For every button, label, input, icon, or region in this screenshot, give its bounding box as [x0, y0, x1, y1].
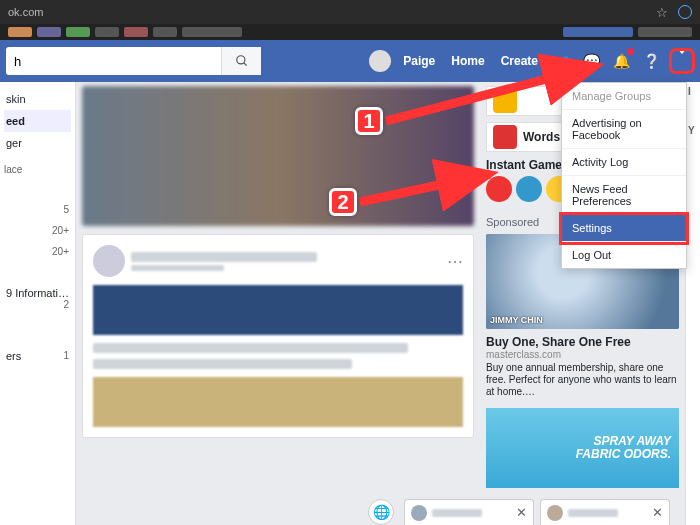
close-icon[interactable]: ✕	[652, 505, 663, 520]
avatar[interactable]	[369, 50, 391, 72]
facebook-header: h Paige Home Create 👥 💬 🔔 ❔	[0, 40, 700, 82]
search-container: h	[6, 47, 261, 75]
menu-item-news-feed-preferences[interactable]: News Feed Preferences	[562, 176, 686, 215]
bookmark-item[interactable]	[8, 27, 32, 37]
post-timestamp	[131, 265, 224, 271]
post-menu-icon[interactable]: ⋯	[447, 252, 463, 271]
svg-point-0	[236, 56, 244, 64]
sidebar-item[interactable]: skin	[4, 88, 71, 110]
sidebar-item[interactable]: ers1	[4, 345, 71, 367]
game-icon	[493, 89, 517, 113]
bookmark-item[interactable]	[638, 27, 692, 37]
sidebar-item[interactable]: 20+	[4, 220, 71, 241]
chat-tab[interactable]: ✕	[540, 499, 670, 525]
bookmark-item[interactable]	[182, 27, 242, 37]
sidebar-item[interactable]: 9 Informati…2	[4, 282, 71, 315]
browser-profile-icon[interactable]	[678, 5, 692, 19]
browser-address-bar: ok.com ☆	[0, 0, 700, 24]
feed-post: ⋯	[82, 234, 474, 438]
notifications-icon[interactable]: 🔔	[610, 50, 632, 72]
sidebar-item[interactable]: 20+	[4, 241, 71, 262]
create-link[interactable]: Create	[497, 52, 542, 70]
sidebar-section-header: lace	[4, 164, 71, 175]
bookmarks-bar	[0, 24, 700, 40]
sidebar-item[interactable]	[4, 177, 71, 199]
home-link[interactable]: Home	[447, 52, 488, 70]
feed-post-image[interactable]	[82, 86, 474, 226]
post-attachment[interactable]	[93, 377, 463, 427]
ad-description: Buy one annual membership, share one fre…	[486, 362, 679, 398]
chat-avatar	[547, 505, 563, 521]
bookmark-item[interactable]	[66, 27, 90, 37]
notification-dot	[627, 48, 634, 55]
chat-avatar	[411, 505, 427, 521]
sponsored-label: Sponsored	[486, 216, 539, 228]
search-icon	[235, 54, 249, 68]
annotation-number-2: 2	[329, 188, 357, 216]
left-sidebar: skin eed ger lace 5 20+ 20+ 9 Informati……	[0, 82, 76, 525]
ad-caption: JIMMY CHIN	[490, 315, 543, 325]
menu-item-settings[interactable]: Settings	[562, 215, 686, 242]
profile-link[interactable]: Paige	[399, 52, 439, 70]
svg-line-1	[243, 63, 246, 66]
help-icon[interactable]: ❔	[640, 50, 662, 72]
sidebar-badge: 5	[63, 204, 69, 215]
right-column: Words With Instant Games Manage Groups A…	[480, 82, 685, 525]
chat-name	[432, 509, 482, 517]
friend-requests-icon[interactable]: 👥	[550, 50, 572, 72]
header-nav: Paige Home Create 👥 💬 🔔 ❔	[369, 49, 694, 73]
ad-image[interactable]: SPRAY AWAYFABRIC ODORS.	[486, 408, 679, 488]
search-button[interactable]	[221, 47, 261, 75]
bookmark-item[interactable]	[124, 27, 148, 37]
post-attachment[interactable]	[93, 285, 463, 335]
menu-item-advertising[interactable]: Advertising on Facebook	[562, 110, 686, 149]
sidebar-badge: 1	[63, 350, 69, 361]
chat-tab[interactable]: ✕	[404, 499, 534, 525]
messenger-icon[interactable]: 💬	[580, 50, 602, 72]
chat-name	[568, 509, 618, 517]
rail-label: I	[686, 82, 700, 101]
rail-label: Y	[686, 101, 700, 160]
account-menu-button[interactable]	[670, 49, 694, 73]
bookmark-star-icon[interactable]: ☆	[656, 5, 668, 20]
sidebar-item-feed[interactable]: eed	[4, 110, 71, 132]
url-text: ok.com	[8, 6, 43, 18]
instant-game-icon[interactable]	[516, 176, 542, 202]
ad-domain: masterclass.com	[486, 349, 679, 360]
post-author[interactable]	[131, 252, 317, 262]
menu-item-manage-groups[interactable]: Manage Groups	[562, 83, 686, 110]
news-feed: ⋯	[76, 82, 480, 525]
sidebar-badge: 2	[63, 299, 69, 310]
annotation-number-1: 1	[355, 107, 383, 135]
sidebar-item[interactable]: 5	[4, 199, 71, 220]
account-dropdown-menu: Manage Groups Advertising on Facebook Ac…	[561, 82, 687, 269]
bookmark-item[interactable]	[37, 27, 61, 37]
post-avatar[interactable]	[93, 245, 125, 277]
caret-down-icon	[677, 48, 687, 68]
menu-item-activity-log[interactable]: Activity Log	[562, 149, 686, 176]
bookmark-item[interactable]	[95, 27, 119, 37]
bookmark-item[interactable]	[563, 27, 633, 37]
ad-text: SPRAY AWAYFABRIC ODORS.	[576, 435, 671, 461]
sidebar-badge: 20+	[52, 246, 69, 257]
post-text	[93, 343, 408, 353]
post-text	[93, 359, 352, 369]
chat-tray: 🌐 ✕ ✕	[368, 499, 670, 525]
close-icon[interactable]: ✕	[516, 505, 527, 520]
search-input[interactable]: h	[6, 54, 221, 69]
chat-globe-icon[interactable]: 🌐	[368, 499, 394, 525]
menu-item-log-out[interactable]: Log Out	[562, 242, 686, 268]
sidebar-badge: 20+	[52, 225, 69, 236]
bookmark-item[interactable]	[153, 27, 177, 37]
sidebar-item[interactable]: ger	[4, 132, 71, 154]
game-icon	[493, 125, 517, 149]
instant-game-icon[interactable]	[486, 176, 512, 202]
right-rail: I Y	[685, 82, 700, 525]
ad-title[interactable]: Buy One, Share One Free	[486, 335, 679, 349]
